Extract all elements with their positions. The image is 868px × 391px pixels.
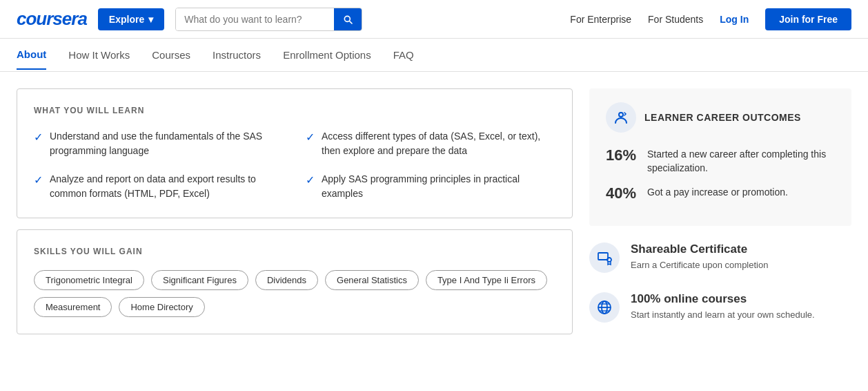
certificate-svg-icon — [596, 249, 613, 266]
chip-significant: Significant Figures — [151, 270, 248, 290]
login-link[interactable]: Log In — [720, 14, 749, 25]
globe-icon — [596, 299, 613, 316]
learn-item-3: ✓ Analyze and report on data and export … — [34, 172, 284, 201]
certificate-row: Shareable Certificate Earn a Certificate… — [589, 240, 851, 276]
search-bar — [175, 8, 362, 31]
learn-text-4: Apply SAS programming principles in prac… — [322, 172, 555, 201]
certificate-title: Shareable Certificate — [631, 242, 768, 256]
for-enterprise-link[interactable]: For Enterprise — [570, 14, 631, 25]
header: coursera Explore ▾ For Enterprise For St… — [0, 0, 868, 39]
search-input[interactable] — [176, 8, 334, 30]
learn-text-2: Access different types of data (SAS, Exc… — [322, 129, 555, 158]
nav-item-enrollment-options[interactable]: Enrollment Options — [283, 41, 371, 69]
skills-section-title: SKILLS YOU WILL GAIN — [34, 247, 555, 256]
career-stat-2: 40% Got a pay increase or promotion. — [606, 184, 835, 202]
join-button[interactable]: Join for Free — [765, 8, 851, 30]
learn-item-4: ✓ Apply SAS programming principles in pr… — [306, 172, 555, 201]
career-stat-1: 16% Started a new career after completin… — [606, 146, 835, 175]
coursera-logo: coursera — [17, 8, 87, 30]
check-icon-3: ✓ — [34, 173, 43, 187]
online-courses-icon — [589, 292, 620, 323]
learn-grid: ✓ Understand and use the fundamentals of… — [34, 129, 555, 201]
certificate-icon — [589, 242, 620, 273]
online-courses-title: 100% online courses — [631, 292, 815, 306]
learn-box: WHAT YOU WILL LEARN ✓ Understand and use… — [17, 88, 573, 218]
skills-chips: Trigonometric Integral Significant Figur… — [34, 270, 555, 317]
chip-general-stats: General Statistics — [325, 270, 419, 290]
career-icon — [606, 102, 636, 133]
learn-item-2: ✓ Access different types of data (SAS, E… — [306, 129, 555, 158]
check-icon-1: ✓ — [34, 131, 43, 144]
certificate-text: Shareable Certificate Earn a Certificate… — [631, 242, 768, 271]
course-nav: About How It Works Courses Instructors E… — [0, 39, 868, 72]
for-students-link[interactable]: For Students — [648, 14, 703, 25]
main-content: WHAT YOU WILL LEARN ✓ Understand and use… — [0, 72, 868, 351]
learn-text-3: Analyze and report on data and export re… — [50, 172, 284, 201]
skills-box: SKILLS YOU WILL GAIN Trigonometric Integ… — [17, 229, 573, 334]
career-box: LEARNER CAREER OUTCOMES 16% Started a ne… — [589, 88, 851, 226]
chip-dividends: Dividends — [255, 270, 318, 290]
right-panel: LEARNER CAREER OUTCOMES 16% Started a ne… — [589, 88, 851, 334]
explore-button[interactable]: Explore ▾ — [98, 8, 164, 30]
stat-pct-1: 16% — [606, 146, 639, 164]
header-links: For Enterprise For Students Log In Join … — [570, 8, 851, 30]
nav-item-faq[interactable]: FAQ — [393, 41, 414, 69]
chip-type-errors: Type I And Type Ii Errors — [426, 270, 547, 290]
chevron-down-icon: ▾ — [148, 14, 153, 25]
career-header: LEARNER CAREER OUTCOMES — [606, 102, 835, 133]
check-icon-2: ✓ — [306, 131, 315, 144]
svg-rect-1 — [598, 253, 608, 260]
search-icon — [342, 14, 353, 25]
nav-item-instructors[interactable]: Instructors — [213, 41, 261, 69]
chip-trigonometric: Trigonometric Integral — [34, 270, 144, 290]
online-courses-row: 100% online courses Start instantly and … — [589, 289, 851, 325]
career-outcomes-title: LEARNER CAREER OUTCOMES — [644, 112, 801, 123]
online-courses-text: 100% online courses Start instantly and … — [631, 292, 815, 321]
search-button[interactable] — [334, 8, 362, 30]
left-panel: WHAT YOU WILL LEARN ✓ Understand and use… — [17, 88, 573, 334]
stat-desc-2: Got a pay increase or promotion. — [647, 184, 788, 200]
learn-text-1: Understand and use the fundamentals of t… — [50, 129, 284, 158]
career-svg-icon — [613, 109, 629, 126]
svg-point-0 — [619, 113, 623, 117]
nav-item-courses[interactable]: Courses — [152, 41, 190, 69]
learn-section-title: WHAT YOU WILL LEARN — [34, 106, 555, 115]
chip-measurement: Measurement — [34, 297, 112, 317]
stat-desc-1: Started a new career after completing th… — [647, 146, 835, 175]
nav-item-how-it-works[interactable]: How It Works — [68, 41, 130, 69]
learn-item-1: ✓ Understand and use the fundamentals of… — [34, 129, 284, 158]
certificate-desc: Earn a Certificate upon completion — [631, 259, 768, 271]
nav-item-about[interactable]: About — [17, 40, 46, 70]
check-icon-4: ✓ — [306, 173, 315, 187]
chip-home-directory: Home Directory — [119, 297, 204, 317]
stat-pct-2: 40% — [606, 184, 639, 202]
online-courses-desc: Start instantly and learn at your own sc… — [631, 309, 815, 321]
